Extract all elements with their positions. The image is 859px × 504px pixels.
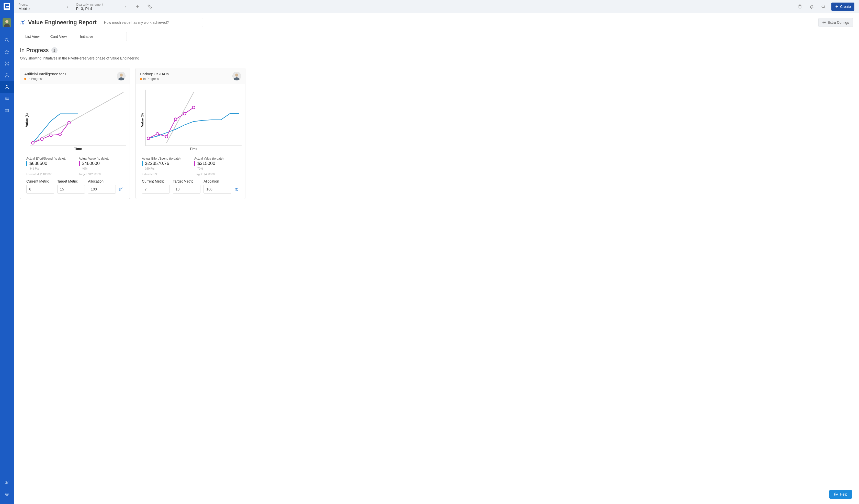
svg-point-39 <box>150 7 152 8</box>
topbar: Program Mobile › Quarterly Increment PI-… <box>14 0 859 13</box>
plus-icon[interactable] <box>134 3 141 11</box>
chart-link-icon[interactable] <box>235 187 239 193</box>
card-title: Hadoop CSI AC5 <box>140 72 230 76</box>
card-icon[interactable] <box>0 105 14 116</box>
clipboard-icon[interactable] <box>796 3 804 11</box>
hierarchy-icon[interactable] <box>0 69 14 81</box>
chart-area: Value ($)Time <box>136 84 245 152</box>
svg-rect-2 <box>6 6 9 7</box>
help-label: Help <box>840 492 847 497</box>
svg-point-35 <box>6 494 7 495</box>
svg-line-7 <box>7 41 9 42</box>
chart-link-icon[interactable] <box>119 187 123 193</box>
target-metric-label: Target Metric <box>57 179 85 183</box>
create-label: Create <box>840 4 851 9</box>
svg-point-15 <box>7 74 7 74</box>
svg-point-74 <box>835 494 837 495</box>
top-search-icon[interactable] <box>819 3 827 11</box>
svg-point-56 <box>59 133 61 136</box>
svg-point-11 <box>5 65 6 65</box>
allocation-input[interactable] <box>88 185 116 193</box>
value-sub: 40% <box>79 167 123 170</box>
app-logo[interactable] <box>3 2 11 11</box>
search-icon[interactable] <box>0 34 14 46</box>
people-icon[interactable] <box>0 93 14 105</box>
breadcrumb-increment[interactable]: Quarterly Increment PI-3, PI-4 <box>76 3 117 11</box>
svg-point-27 <box>5 98 6 98</box>
section-title: In Progress <box>20 47 49 53</box>
settings-icon[interactable] <box>0 489 14 501</box>
value-chart <box>146 90 242 146</box>
svg-point-42 <box>822 5 825 7</box>
create-button[interactable]: Create <box>831 2 854 11</box>
svg-rect-30 <box>5 110 9 112</box>
extra-configs-button[interactable]: Extra Configs <box>818 18 853 27</box>
tab-card-view[interactable]: Card View <box>45 32 72 41</box>
crumb-label: Quarterly Increment <box>76 3 117 6</box>
current-metric-input[interactable] <box>26 185 54 193</box>
breadcrumb-program[interactable]: Program Mobile <box>18 3 59 11</box>
section-subtitle: Only showing Initiatives in the Pivot/Pe… <box>20 56 853 60</box>
entity-dropdown[interactable]: Initiative <box>76 32 127 41</box>
chart-area: Value ($)Time <box>20 84 130 152</box>
allocation-label: Allocation <box>204 179 231 183</box>
current-metric-input[interactable] <box>142 185 170 193</box>
user-avatar[interactable] <box>3 18 11 27</box>
svg-marker-8 <box>5 50 9 54</box>
help-button[interactable]: Help <box>829 490 852 499</box>
svg-point-66 <box>165 135 168 138</box>
initiative-card[interactable]: Hadoop CSI AC5In ProgressValue ($)TimeAc… <box>136 68 245 199</box>
value-chart <box>30 90 126 146</box>
allocation-input[interactable] <box>204 185 231 193</box>
view-tabs: List View Card View Initiative <box>14 32 859 41</box>
target-metric-input[interactable] <box>57 185 85 193</box>
effort-value: $228570.76 <box>142 161 187 166</box>
svg-point-62 <box>235 74 238 77</box>
effort-label: Actual Effort/Spend (to date): <box>142 157 187 160</box>
svg-point-16 <box>5 77 6 77</box>
svg-point-68 <box>183 112 186 115</box>
value-sub: 70% <box>194 167 239 170</box>
svg-line-26 <box>7 87 8 88</box>
svg-point-57 <box>68 121 70 124</box>
owner-avatar[interactable] <box>232 72 241 80</box>
owner-avatar[interactable] <box>117 72 125 80</box>
extra-label: Extra Configs <box>828 20 849 25</box>
svg-line-20 <box>7 75 8 77</box>
svg-point-65 <box>156 132 159 135</box>
svg-point-69 <box>192 106 195 109</box>
bell-icon[interactable] <box>808 3 815 11</box>
cards-container: Artificial Intelligence for I…In Progres… <box>14 66 859 209</box>
value-value: $315000 <box>194 161 239 166</box>
network-icon[interactable] <box>0 58 14 69</box>
chart-xlabel: Time <box>146 147 242 151</box>
chart-up-icon <box>20 20 26 25</box>
gears-icon[interactable] <box>146 2 154 11</box>
svg-point-64 <box>147 137 150 140</box>
svg-point-6 <box>5 38 8 41</box>
search-input[interactable] <box>101 18 203 27</box>
svg-point-38 <box>148 5 150 6</box>
estimated-text: Estimated:$0 <box>142 173 187 176</box>
crumb-value: Mobile <box>18 6 59 11</box>
svg-point-12 <box>8 65 9 65</box>
effort-sub: 160 Pts <box>142 167 187 170</box>
report-icon[interactable] <box>0 477 14 489</box>
crumb-label: Program <box>18 3 59 6</box>
current-metric-label: Current Metric <box>26 179 54 183</box>
target-metric-input[interactable] <box>173 185 201 193</box>
target-text: Target: $450000 <box>194 173 239 176</box>
hierarchy-active-icon[interactable] <box>0 81 14 93</box>
svg-point-17 <box>8 77 9 77</box>
star-icon[interactable] <box>0 46 14 58</box>
card-status: In Progress <box>24 77 114 81</box>
chevron-right-icon: › <box>121 4 130 9</box>
card-title: Artificial Intelligence for I… <box>24 72 114 76</box>
svg-line-25 <box>5 87 7 88</box>
tab-list-view[interactable]: List View <box>20 32 45 41</box>
page-title: Value Engineering Report <box>20 19 97 26</box>
svg-point-23 <box>8 88 9 89</box>
svg-point-9 <box>5 62 6 63</box>
initiative-card[interactable]: Artificial Intelligence for I…In Progres… <box>20 68 130 199</box>
current-metric-label: Current Metric <box>142 179 170 183</box>
